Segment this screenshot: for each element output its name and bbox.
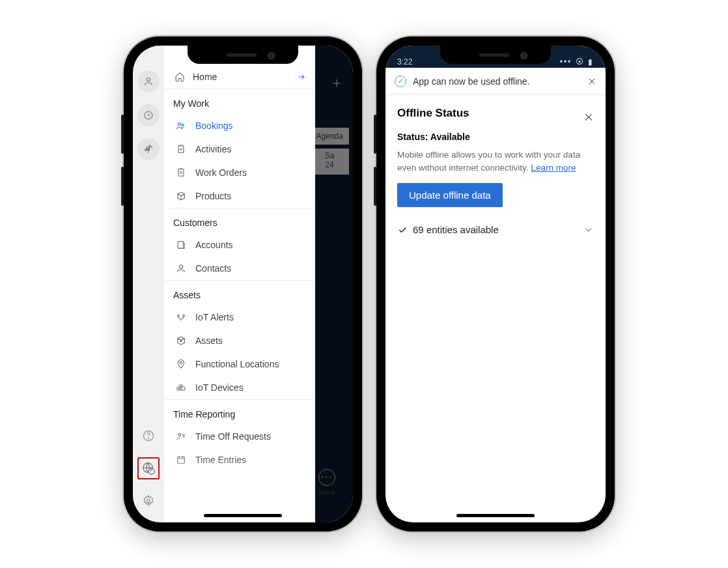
nav-drawer: Home My Work Bookings Activities Work O (164, 46, 315, 522)
close-icon (587, 77, 596, 86)
success-icon: ✓ (395, 76, 406, 87)
nav-item-label: IoT Alerts (189, 312, 234, 322)
section-assets: Assets (164, 281, 315, 305)
box-icon (173, 191, 189, 201)
update-offline-data-button[interactable]: Update offline data (397, 183, 503, 207)
svg-rect-10 (178, 169, 184, 177)
nav-item-label: Activities (189, 144, 231, 154)
section-customers: Customers (164, 208, 315, 233)
clipboard-check-icon (173, 144, 189, 154)
phone-notch (188, 46, 298, 64)
map-pin-icon (173, 359, 189, 369)
nav-work-orders[interactable]: Work Orders (164, 161, 315, 184)
nav-item-label: Work Orders (189, 167, 247, 178)
router-icon (173, 382, 189, 393)
svg-point-14 (183, 315, 185, 317)
svg-point-13 (178, 315, 180, 317)
clipboard-icon (173, 167, 189, 178)
rail-profile-button[interactable] (137, 70, 160, 92)
nav-products[interactable]: Products (164, 184, 315, 208)
nav-iot-devices[interactable]: IoT Devices (164, 376, 315, 399)
section-time-reporting: Time Reporting (164, 400, 315, 425)
people-icon (173, 121, 189, 131)
nav-time-off[interactable]: Time Off Requests (164, 425, 315, 448)
status-description: Mobile offline allows you to work with y… (397, 149, 594, 174)
nav-item-label: Functional Locations (189, 359, 279, 369)
globe-offline-icon (141, 461, 156, 476)
check-icon (397, 225, 413, 235)
nav-item-label: Products (189, 191, 231, 201)
nav-bookings[interactable]: Bookings (164, 114, 315, 137)
entities-expander[interactable]: 69 entities available (397, 219, 594, 240)
svg-point-17 (179, 388, 180, 389)
phone-frame-right: 3:22 ••• ⦿ ▮ ✓ App can now be used offli… (376, 36, 615, 532)
toast-message: App can now be used offline. (413, 76, 587, 87)
rail-settings-button[interactable] (137, 490, 160, 512)
person-icon (143, 76, 154, 87)
page-title: Offline Status (397, 107, 583, 120)
svg-rect-11 (178, 242, 183, 249)
home-indicator[interactable] (204, 514, 282, 517)
rail-pin-button[interactable] (137, 138, 160, 160)
chevron-down-icon (583, 225, 594, 235)
help-icon (142, 429, 155, 442)
arrow-right-icon (296, 72, 307, 81)
rail-recent-button[interactable] (137, 104, 160, 126)
phone-notch (440, 46, 551, 64)
rail-help-button[interactable] (137, 425, 160, 447)
alert-icon (173, 312, 189, 322)
time-off-icon (173, 431, 189, 442)
status-time: 3:22 (397, 57, 412, 66)
panel-close-button[interactable] (583, 112, 594, 122)
nav-item-label: Time Entries (189, 455, 246, 465)
box-check-icon (173, 335, 189, 346)
calendar-icon (173, 455, 189, 465)
nav-item-label: Bookings (189, 121, 233, 131)
nav-rail (133, 46, 164, 522)
clock-icon (143, 110, 154, 121)
nav-item-label: IoT Devices (189, 382, 244, 393)
rail-offline-button[interactable] (137, 457, 160, 479)
close-icon (583, 112, 594, 122)
svg-point-18 (180, 388, 181, 389)
nav-functional-locations[interactable]: Functional Locations (164, 352, 315, 376)
nav-item-label: Assets (189, 335, 223, 346)
nav-assets[interactable]: Assets (164, 329, 315, 352)
svg-point-6 (147, 500, 150, 503)
learn-more-link[interactable]: Learn more (531, 163, 576, 173)
offline-status-panel: Offline Status Status: Available Mobile … (385, 95, 606, 522)
section-my-work: My Work (164, 89, 315, 114)
svg-point-15 (180, 362, 182, 363)
svg-point-7 (178, 122, 180, 125)
entities-label: 69 entities available (413, 224, 583, 235)
nav-home-label: Home (188, 72, 296, 82)
document-icon (173, 240, 189, 250)
nav-item-label: Time Off Requests (189, 431, 271, 442)
nav-iot-alerts[interactable]: IoT Alerts (164, 305, 315, 329)
status-line: Status: Available (397, 132, 594, 142)
svg-point-3 (148, 438, 149, 439)
svg-point-12 (179, 265, 182, 268)
svg-point-19 (178, 433, 181, 436)
svg-point-5 (148, 468, 154, 474)
offline-toast: ✓ App can now be used offline. (385, 68, 606, 95)
nav-contacts[interactable]: Contacts (164, 257, 315, 280)
svg-rect-16 (177, 387, 185, 390)
nav-accounts[interactable]: Accounts (164, 233, 315, 257)
pin-icon (143, 144, 154, 154)
status-icons: ••• ⦿ ▮ (560, 57, 594, 66)
nav-activities[interactable]: Activities (164, 137, 315, 161)
nav-home[interactable]: Home (164, 65, 315, 89)
svg-point-0 (147, 78, 150, 81)
person-icon (173, 263, 189, 274)
toast-close-button[interactable] (587, 77, 596, 86)
home-indicator[interactable] (456, 514, 535, 517)
nav-item-label: Contacts (189, 263, 231, 274)
gear-icon (142, 494, 155, 507)
svg-point-8 (182, 124, 184, 126)
svg-rect-20 (178, 457, 185, 463)
phone-frame-left: ＋ Agenda Sa 24 ••• More (124, 36, 362, 532)
nav-time-entries[interactable]: Time Entries (164, 448, 315, 472)
home-icon (172, 72, 188, 82)
nav-item-label: Accounts (189, 240, 233, 250)
